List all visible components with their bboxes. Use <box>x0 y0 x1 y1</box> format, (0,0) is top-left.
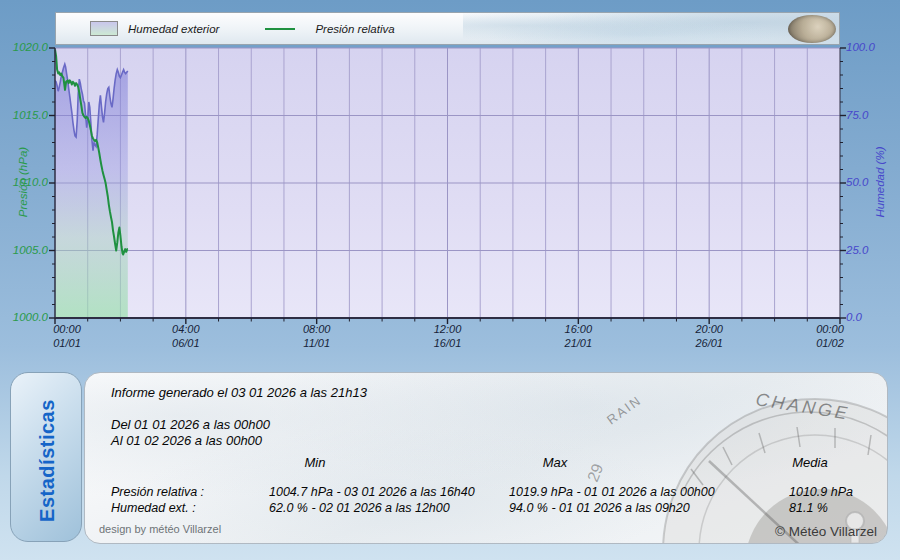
row-pressure-label: Presión relativa : <box>111 485 204 499</box>
plot-area <box>55 48 840 318</box>
row-humidity-min: 62.0 % - 02 01 2026 a las 12h00 <box>269 501 450 515</box>
tab-estadisticas-label: Estadísticas <box>36 376 59 546</box>
x-tick-label: 20:0026/01 <box>669 322 749 350</box>
legend-humidity-label: Humedad exterior <box>128 23 219 35</box>
row-pressure-min: 1004.7 hPa - 03 01 2026 a las 16h40 <box>269 485 475 499</box>
humidity-tick-label: 75.0 <box>846 109 894 121</box>
column-header-media: Media <box>775 455 845 470</box>
report-generated-line: Informe generado el 03 01 2026 a las 21h… <box>111 385 367 400</box>
pressure-tick-label: 1020.0 <box>0 41 48 53</box>
weather-report-page: Humedad exterior Presión relativa Presió… <box>0 0 900 560</box>
design-credit: design by météo Villarzel <box>99 523 221 535</box>
statistics-panel: CHANGE RAIN 29 Informe generado el 03 01… <box>84 372 888 544</box>
svg-text:CHANGE: CHANGE <box>754 389 851 424</box>
humidity-area-swatch <box>90 21 118 36</box>
column-header-max: Max <box>525 455 585 470</box>
pressure-tick-label: 1005.0 <box>0 244 48 256</box>
pressure-tick-label: 1010.0 <box>0 176 48 188</box>
chart-legend: Humedad exterior Presión relativa <box>56 21 431 36</box>
humidity-tick-label: 100.0 <box>846 41 894 53</box>
pressure-tick-label: 1015.0 <box>0 109 48 121</box>
pressure-line-swatch <box>265 28 295 30</box>
x-tick-label: 00:0001/02 <box>790 322 870 350</box>
svg-text:29: 29 <box>587 461 606 484</box>
row-humidity-max: 94.0 % - 01 01 2026 a las 09h20 <box>509 501 690 515</box>
tab-estadisticas[interactable]: Estadísticas <box>10 372 82 542</box>
humidity-tick-label: 25.0 <box>846 244 894 256</box>
x-tick-label: 00:0001/01 <box>27 322 107 350</box>
row-humidity-media: 81.1 % <box>789 501 828 515</box>
period-to-line: Al 01 02 2026 a las 00h00 <box>111 433 262 448</box>
x-tick-label: 04:0006/01 <box>146 322 226 350</box>
row-pressure-max: 1019.9 hPa - 01 01 2026 a las 00h00 <box>509 485 715 499</box>
row-pressure-media: 1010.9 hPa <box>789 485 853 499</box>
x-tick-label: 12:0016/01 <box>408 322 488 350</box>
chart-header-strip: Humedad exterior Presión relativa <box>55 12 840 45</box>
water-droplets-texture <box>463 13 839 44</box>
svg-text:RAIN: RAIN <box>604 392 644 427</box>
humidity-tick-label: 50.0 <box>846 176 894 188</box>
row-humidity-label: Humedad ext. : <box>111 501 196 515</box>
barometer-photo-icon <box>788 15 836 43</box>
column-header-min: Min <box>285 455 345 470</box>
x-tick-label: 16:0021/01 <box>538 322 618 350</box>
legend-pressure-label: Presión relativa <box>315 23 394 35</box>
copyright: © Météo Villarzel <box>775 524 877 539</box>
period-from-line: Del 01 01 2026 a las 00h00 <box>111 417 270 432</box>
x-tick-label: 08:0011/01 <box>277 322 357 350</box>
